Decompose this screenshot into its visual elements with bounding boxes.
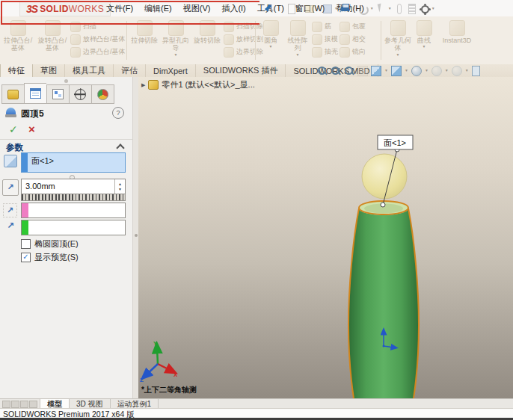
collapse-chevron-icon[interactable]: [116, 143, 124, 152]
previous-view-icon[interactable]: [344, 66, 354, 76]
help-icon[interactable]: ?: [112, 107, 124, 119]
button-label: 圆角: [264, 37, 277, 44]
tab-evaluate[interactable]: 评估: [114, 64, 146, 77]
print-icon[interactable]: [340, 3, 351, 14]
tab-dimxpert[interactable]: DimXpert: [146, 64, 196, 77]
rib-button[interactable]: 筋: [312, 21, 338, 32]
cancel-button[interactable]: ×: [28, 123, 35, 135]
view-settings-icon[interactable]: [472, 66, 480, 76]
new-document-icon[interactable]: [286, 3, 297, 14]
new-dropdown-caret-icon[interactable]: ▼: [298, 7, 302, 10]
rebuild-icon[interactable]: [393, 3, 405, 14]
reference-geometry-button[interactable]: 参考几何体 ▼: [384, 19, 412, 57]
menu-edit[interactable]: 编辑(E): [144, 3, 172, 14]
curves-button[interactable]: 曲线 ▼: [414, 19, 434, 49]
zoom-fit-icon[interactable]: [317, 66, 328, 76]
pin-menubar-icon[interactable]: [263, 4, 272, 13]
dropdown-caret-icon[interactable]: ▼: [425, 69, 428, 72]
extrude-boss-button[interactable]: 拉伸凸台/基体: [1, 19, 34, 52]
shell-button[interactable]: 抽壳: [312, 46, 338, 58]
undo-icon[interactable]: [357, 3, 369, 14]
graphics-viewport[interactable]: 面<1> Y X Z ▶: [138, 77, 513, 398]
hide-show-items-icon[interactable]: [411, 66, 422, 76]
tab-nav-next[interactable]: [20, 401, 28, 408]
zoom-area-icon[interactable]: [331, 66, 341, 76]
elliptical-dome-row: 椭圆圆顶(E): [21, 238, 79, 249]
revolve-boss-button[interactable]: 旋转凸台/基体: [36, 19, 69, 52]
tab-configurationmanager[interactable]: [46, 84, 69, 104]
dropdown-caret-icon[interactable]: ▼: [445, 69, 449, 72]
dropdown-caret-icon[interactable]: ▼: [384, 69, 388, 72]
open-dropdown-caret-icon[interactable]: ▼: [316, 7, 320, 10]
tab-nav-prev[interactable]: [11, 401, 19, 408]
ok-button[interactable]: ✓: [9, 123, 18, 135]
face-selection-box[interactable]: 面<1>: [21, 152, 126, 173]
dropdown-caret-icon[interactable]: ▼: [423, 45, 426, 49]
reverse-direction-icon[interactable]: ↗: [3, 203, 17, 217]
dropdown-caret-icon[interactable]: ▼: [465, 69, 469, 72]
print-dropdown-caret-icon[interactable]: ▼: [352, 7, 356, 10]
tree-expand-arrow-icon[interactable]: ▶: [141, 82, 145, 88]
draft-button[interactable]: 拔模: [312, 34, 338, 45]
boundary-boss-button[interactable]: 边界凸台/基体: [70, 46, 126, 58]
select-dropdown-caret-icon[interactable]: ▼: [388, 7, 392, 10]
save-dropdown-caret-icon[interactable]: ▼: [334, 7, 338, 10]
instant3d-button[interactable]: Instant3D: [436, 19, 478, 44]
bottle-body[interactable]: [348, 209, 419, 398]
open-document-icon[interactable]: [304, 3, 315, 14]
extrude-cut-button[interactable]: 拉伸切除: [129, 19, 159, 44]
options-gear-icon[interactable]: [419, 3, 430, 14]
direction-reference-box[interactable]: [21, 220, 126, 235]
tab-dimxpertmanager[interactable]: [69, 84, 91, 104]
direction-reference-icon[interactable]: ↗: [4, 220, 16, 232]
edit-appearance-icon[interactable]: [431, 66, 442, 76]
face-callout[interactable]: 面<1>: [378, 135, 413, 149]
tab-features[interactable]: 特征: [0, 64, 33, 77]
tab-featuremanager[interactable]: [1, 84, 24, 104]
revolve-cut-button[interactable]: 旋转切除: [192, 19, 222, 44]
options-dropdown-caret-icon[interactable]: ▼: [431, 7, 435, 10]
save-icon[interactable]: [322, 3, 333, 14]
spin-down-icon[interactable]: ▼: [118, 187, 122, 192]
tab-mold-tools[interactable]: 模具工具: [65, 64, 114, 77]
display-style-icon[interactable]: [391, 66, 402, 76]
elliptical-dome-checkbox[interactable]: [21, 239, 31, 249]
hole-wizard-button[interactable]: 异型孔向导 ▼: [161, 19, 191, 57]
wrap-button[interactable]: 包覆: [340, 21, 366, 32]
viewport-feature-tree[interactable]: ▶ 零件1 (默认<<默认>_显...: [141, 79, 255, 90]
dropdown-caret-icon[interactable]: ▼: [396, 53, 400, 57]
dropdown-caret-icon[interactable]: ▼: [405, 69, 408, 72]
menu-view[interactable]: 视图(V): [183, 3, 211, 14]
menu-insert[interactable]: 插入(I): [221, 3, 245, 14]
section-view-icon[interactable]: [357, 66, 368, 76]
undo-dropdown-caret-icon[interactable]: ▼: [370, 7, 374, 10]
linear-pattern-button[interactable]: 线性阵列 ▼: [285, 19, 310, 57]
panel-resize-handle[interactable]: [64, 79, 68, 83]
menu-file[interactable]: 文件(F): [106, 3, 133, 14]
distance-input[interactable]: 3.00mm ▲ ▼: [21, 179, 126, 194]
tab-nav-last[interactable]: [29, 401, 37, 408]
apply-scene-icon[interactable]: [452, 66, 462, 76]
distance-thumbwheel[interactable]: [21, 194, 126, 201]
show-preview-checkbox[interactable]: ✓: [21, 253, 31, 262]
tab-sketch[interactable]: 草图: [33, 64, 65, 77]
tab-displaymanager[interactable]: [91, 84, 114, 104]
reverse-direction-box[interactable]: [21, 203, 126, 218]
distance-spinner[interactable]: ▲ ▼: [114, 179, 125, 194]
dropdown-caret-icon[interactable]: ▼: [269, 45, 273, 49]
tab-nav-first[interactable]: [2, 401, 10, 408]
select-icon[interactable]: [375, 3, 387, 14]
tab-propertymanager[interactable]: [24, 83, 46, 104]
dropdown-caret-icon[interactable]: ▼: [296, 53, 300, 57]
sweep-button[interactable]: 扫描: [70, 21, 126, 32]
button-label: 扫描: [83, 22, 96, 31]
loft-button[interactable]: 放样凸台/基体: [70, 34, 126, 45]
dropdown-caret-icon[interactable]: ▼: [174, 53, 178, 57]
fillet-button[interactable]: 圆角 ▼: [258, 19, 283, 49]
feature-title-row: 圆顶5 ?: [0, 107, 132, 122]
mirror-button[interactable]: 镜向: [340, 46, 366, 58]
intersect-button[interactable]: 相交: [340, 34, 366, 45]
file-properties-icon[interactable]: [406, 3, 417, 14]
view-orientation-icon[interactable]: [371, 66, 381, 76]
tab-sw-addins[interactable]: SOLIDWORKS 插件: [196, 64, 286, 77]
